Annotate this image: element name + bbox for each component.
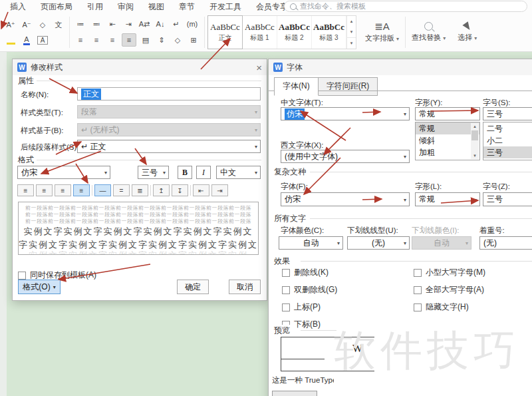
underline-style-combo[interactable]: (无) ▾ — [347, 236, 410, 250]
font-size-option[interactable]: 二号 — [483, 122, 532, 134]
ribbon-tab[interactable]: 插入 — [10, 1, 26, 13]
effect-checkbox[interactable] — [282, 286, 290, 294]
line-spacing-15-toggle[interactable]: = — [113, 184, 130, 196]
ok-button[interactable]: 确定 — [177, 280, 209, 294]
font-size-option[interactable]: 三号 — [483, 146, 532, 158]
text-effects-button[interactable] — [272, 391, 317, 396]
increase-indent-icon[interactable]: ⇥ — [122, 18, 135, 30]
highlighter-icon[interactable] — [4, 34, 17, 46]
italic-button[interactable]: I — [196, 166, 211, 179]
ribbon-tab[interactable]: 会员专享 — [256, 1, 288, 13]
complex-style-combo[interactable]: 常规 ▾ — [415, 192, 480, 206]
style-chip[interactable]: AaBbCc 正文 — [207, 15, 243, 49]
align-justify-toggle[interactable]: ≡ — [73, 184, 90, 196]
indent-decrease-toggle[interactable]: ⇤ — [193, 184, 209, 196]
chevron-down-icon: ▾ — [404, 240, 406, 246]
gallery-more-icon[interactable]: ▾ — [347, 37, 356, 49]
paragraph-mark-icon[interactable]: ↵ — [170, 18, 183, 30]
style-chip[interactable]: AaBbCc 标题 2 — [277, 16, 312, 49]
text-layout-button[interactable]: ≣A 文字排版 ▾ — [359, 14, 405, 51]
char-width-icon[interactable]: (m) — [186, 18, 199, 30]
effect-checkbox[interactable] — [414, 269, 422, 277]
command-search[interactable]: 查找命令、搜索模板 — [284, 1, 527, 12]
ribbon-tab[interactable]: 视图 — [148, 1, 164, 13]
align-center-toggle[interactable]: ≡ — [36, 184, 53, 196]
effect-checkbox[interactable] — [414, 286, 422, 294]
ribbon-tab[interactable]: 章节 — [179, 1, 195, 13]
font-style-option[interactable]: 加粗 — [416, 146, 479, 158]
clear-format-icon[interactable]: ◇ — [36, 19, 49, 31]
align-left-icon[interactable]: ≡ — [74, 34, 87, 46]
char-shading-icon[interactable]: A — [36, 34, 49, 46]
separator[interactable] — [92, 185, 92, 196]
style-name-input[interactable]: 正文 — [77, 87, 261, 100]
cancel-button[interactable]: 取消 — [229, 280, 261, 294]
line-spacing-icon[interactable]: ⇕ — [155, 34, 168, 46]
tab-char-spacing[interactable]: 字符间距(R) — [319, 77, 378, 96]
effect-checkbox[interactable] — [282, 269, 290, 277]
line-spacing-double-toggle[interactable]: ≣ — [132, 184, 148, 196]
tab-font[interactable]: 字体(N) — [274, 77, 319, 96]
ribbon-tab[interactable]: 页面布局 — [41, 1, 72, 13]
bold-button[interactable]: B — [178, 166, 192, 179]
grow-font-icon[interactable]: A⁺ — [4, 19, 17, 31]
complex-size-combo[interactable]: 三号 — [483, 192, 532, 206]
asian-layout-icon[interactable]: A⇄ — [138, 18, 151, 30]
decrease-indent-icon[interactable]: ⇤ — [106, 18, 119, 30]
gallery-scroll-up-icon[interactable]: ▴ — [347, 16, 356, 27]
save-to-template-checkbox[interactable] — [18, 272, 26, 280]
separator[interactable] — [150, 185, 151, 196]
format-menu-button[interactable]: 格式(O) ▾ — [18, 280, 61, 294]
effect-checkbox[interactable] — [414, 303, 422, 311]
language-select[interactable]: 中文 ▾ — [216, 166, 261, 179]
complex-size-label: 字号(Z): — [483, 182, 510, 192]
find-replace-button[interactable]: 查找替换 ▾ — [406, 14, 452, 51]
western-font-combo[interactable]: (使用中文字体) ▾ — [281, 150, 410, 163]
close-icon[interactable]: × — [256, 63, 262, 73]
style-chip[interactable]: AaBbCc 标题 3 — [312, 16, 346, 49]
ribbon-tab[interactable]: 审阅 — [118, 1, 134, 13]
space-after-toggle[interactable]: ↧ — [172, 184, 188, 196]
bullets-icon[interactable]: ≔ — [74, 18, 87, 30]
font-color-combo[interactable]: 自动 ▾ — [279, 236, 343, 250]
cn-font-combo[interactable]: 仿宋 ▾ — [281, 107, 410, 120]
align-right-toggle[interactable]: ≡ — [55, 184, 71, 196]
dialog-titlebar[interactable]: W 字体 — [269, 59, 532, 75]
font-style-option[interactable]: 倾斜 — [416, 134, 479, 146]
next-style-select[interactable]: ↵ 正文 ▾ — [77, 140, 261, 153]
font-style-option[interactable]: 常规 — [416, 122, 479, 134]
font-size-input[interactable]: 三号 — [483, 107, 532, 120]
align-center-icon[interactable]: ≡ — [90, 34, 103, 46]
line-spacing-single-toggle[interactable]: — — [94, 184, 111, 196]
complex-font-combo[interactable]: 仿宋 ▾ — [281, 192, 410, 206]
list-scrollbar[interactable]: ▴ ▾ — [471, 123, 479, 159]
font-size-option[interactable]: 小二 — [483, 134, 532, 146]
font-size-select[interactable]: 三号 ▾ — [138, 166, 169, 179]
align-right-icon[interactable]: ≡ — [106, 34, 119, 46]
borders-icon[interactable]: ⊞ — [187, 34, 200, 46]
font-color-icon[interactable]: A — [20, 34, 33, 46]
shading-icon[interactable]: ◇ — [171, 34, 184, 46]
align-justify-icon[interactable]: ≡ — [122, 33, 136, 47]
effect-checkbox[interactable] — [282, 303, 290, 311]
gallery-scroll-down-icon[interactable]: ▾ — [347, 27, 356, 37]
numbering-icon[interactable]: ≕ — [90, 18, 103, 30]
ribbon-tab[interactable]: 引用 — [87, 1, 103, 13]
all-text-header: 所有文字 — [274, 213, 310, 224]
separator[interactable] — [190, 185, 191, 196]
dialog-titlebar[interactable]: W 修改样式 × — [13, 59, 267, 75]
space-before-toggle[interactable]: ↥ — [153, 184, 170, 196]
pinyin-guide-icon[interactable]: 文 — [52, 19, 65, 31]
emphasis-mark-combo[interactable]: (无) — [479, 236, 532, 250]
indent-increase-toggle[interactable]: ⇥ — [211, 184, 228, 196]
sort-icon[interactable]: A↓ — [154, 18, 167, 30]
shrink-font-icon[interactable]: A⁻ — [20, 19, 33, 31]
ribbon-tab[interactable]: 开发工具 — [209, 1, 241, 13]
font-style-input[interactable]: 常规 — [415, 107, 480, 120]
font-family-select[interactable]: 仿宋 ▾ — [17, 166, 110, 179]
style-chip[interactable]: AaBbCc 标题 1 — [243, 16, 277, 49]
format-header: 格式 — [18, 154, 38, 166]
align-distribute-icon[interactable]: ▤ — [139, 34, 152, 46]
align-left-toggle[interactable]: ≡ — [17, 184, 34, 196]
select-button[interactable]: 选择 ▾ — [452, 14, 483, 51]
